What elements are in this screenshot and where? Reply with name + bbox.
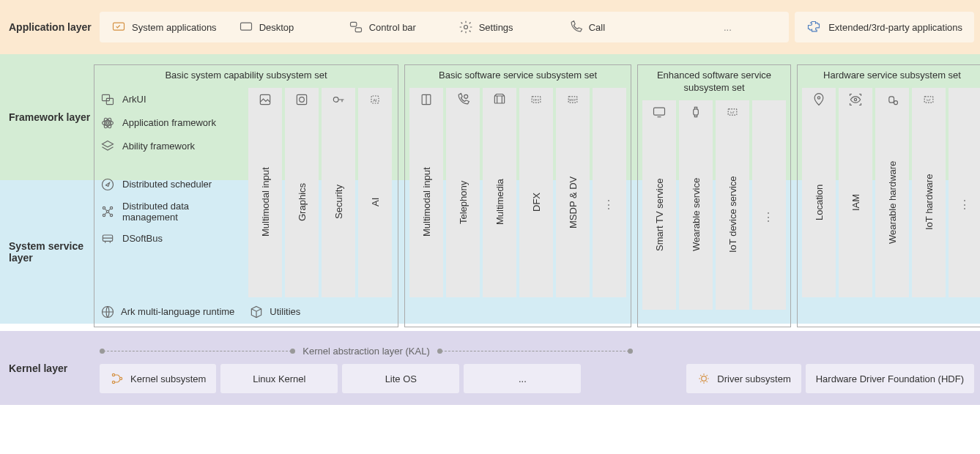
app-ellipsis: ... [678, 22, 778, 33]
svg-point-39 [894, 101, 898, 105]
svg-point-7 [106, 122, 108, 124]
svg-rect-1 [240, 23, 251, 30]
svg-point-14 [103, 214, 105, 216]
desktop-item: Desktop [239, 20, 327, 34]
desktop-icon [239, 20, 253, 34]
ark-runtime-item: Ark multi-language runtime [100, 305, 234, 319]
tv-icon [652, 105, 667, 119]
key-icon [331, 92, 346, 107]
svg-rect-5 [103, 94, 110, 100]
svg-point-16 [106, 210, 108, 212]
multimedia-column: Multimedia [483, 88, 516, 297]
watch-gear-icon [885, 92, 899, 107]
hdf-box: Hardware Driver Foundation (HDF) [806, 364, 974, 393]
image-icon [258, 92, 272, 107]
svg-point-36 [817, 97, 820, 99]
arkui-item: ArkUI [99, 88, 245, 111]
software-more-column: ⋮ [593, 88, 626, 297]
dfx-column: DFXDFX [519, 88, 553, 297]
monitor-icon [111, 20, 126, 34]
svg-point-4 [464, 26, 467, 29]
branch-icon [110, 371, 125, 386]
kal-header: Kernel abstraction layer (KAL) [100, 343, 633, 364]
svg-rect-27 [494, 96, 504, 103]
ai-column: AIAI [358, 88, 392, 297]
svg-text:DFX: DFX [533, 98, 540, 102]
location-column: Location [802, 88, 836, 297]
globe-icon [100, 305, 115, 319]
gear-icon [459, 20, 473, 34]
location-icon [812, 92, 826, 107]
svg-rect-19 [297, 94, 306, 104]
basic-software-title: Basic software service subsystem set [409, 68, 626, 88]
framework-layer-label: Framework layer [0, 54, 94, 180]
iot-hw-icon: IoT [921, 92, 936, 107]
network-icon [100, 204, 115, 219]
cube-icon [249, 305, 264, 319]
call-item: Call [568, 20, 656, 34]
puzzle-icon [806, 20, 821, 34]
book-icon [419, 92, 434, 107]
kernel-subsystem-group: Kernel subsystem Linux Kernel Lite OS ..… [100, 364, 581, 393]
graphics-icon [294, 92, 309, 107]
eye-scan-icon [848, 92, 863, 107]
security-column: Security [322, 88, 355, 297]
dfx-icon: DFX [529, 92, 543, 107]
svg-point-15 [110, 214, 112, 216]
kernel-layer-label: Kernel layer [0, 337, 94, 399]
extended-apps-label: Extended/3rd-party applications [828, 22, 962, 33]
svg-point-12 [103, 206, 105, 209]
svg-rect-32 [654, 108, 665, 115]
smart-tv-column: Smart TV service [642, 100, 676, 310]
svg-point-21 [333, 97, 338, 103]
control-bar-item: Control bar [349, 20, 437, 34]
phone-icon [568, 20, 583, 34]
kernel-layer: Kernel layer Kernel abstraction layer (K… [0, 331, 980, 405]
hardware-more-column: ⋮ [949, 88, 980, 297]
driver-subsystem-box: Driver subsystem [686, 364, 801, 393]
system-applications-label: System applications [132, 22, 217, 33]
ai-icon: AI [368, 92, 382, 107]
dsoftbus-item: DSoftBus [99, 227, 245, 250]
service-layer-label: System service layer [0, 180, 94, 324]
graphics-column: Graphics [285, 88, 319, 297]
svg-point-43 [112, 381, 114, 383]
svg-point-20 [300, 97, 305, 103]
basic-capability-subsystem: Basic system capability subsystem set Ar… [94, 64, 398, 327]
cpu-gear-icon [697, 371, 711, 386]
iot-hardware-column: IoTIoT hardware [912, 88, 946, 297]
svg-text:IoT: IoT [730, 110, 735, 114]
kernel-subsystem-box: Kernel subsystem [100, 364, 216, 393]
system-applications-item: System applications [111, 20, 217, 34]
svg-point-8 [103, 121, 114, 126]
svg-point-42 [112, 373, 114, 376]
iot-icon: IoT [725, 105, 740, 119]
watch-icon [688, 105, 703, 119]
bus-icon [100, 231, 115, 246]
msdp-icon: MSDP [565, 92, 580, 107]
distributed-scheduler-item: Distributed scheduler [99, 173, 245, 196]
utilities-item: Utilities [249, 305, 300, 319]
svg-text:MSDP: MSDP [569, 99, 576, 102]
msdp-column: MSDPMSDP & DV [556, 88, 590, 297]
framework-service-wrapper: Framework layer System service layer Bas… [0, 54, 980, 324]
enhanced-more-column: ⋮ [752, 100, 786, 310]
svg-point-13 [110, 206, 112, 209]
application-layer-label: Application layer [0, 6, 94, 48]
compass-icon [100, 177, 115, 192]
basic-capability-title: Basic system capability subsystem set [99, 68, 393, 88]
control-bar-icon [349, 20, 363, 34]
layers-icon [100, 139, 115, 154]
multimodal-input-column: Multimodal input [248, 88, 282, 297]
kernel-ellipsis-box: ... [464, 364, 581, 393]
telephony-icon [456, 92, 470, 107]
iam-column: IAM [839, 88, 872, 297]
arkui-icon [100, 92, 115, 107]
svg-point-26 [464, 94, 468, 98]
svg-rect-18 [260, 94, 270, 104]
wearable-hardware-column: Wearable hardware [875, 88, 909, 297]
svg-point-37 [854, 98, 856, 100]
enhanced-software-subsystem: Enhanced software service subsystem set … [637, 64, 791, 327]
atom-icon [100, 116, 115, 130]
basic-software-subsystem: Basic software service subsystem set Mul… [404, 64, 631, 327]
